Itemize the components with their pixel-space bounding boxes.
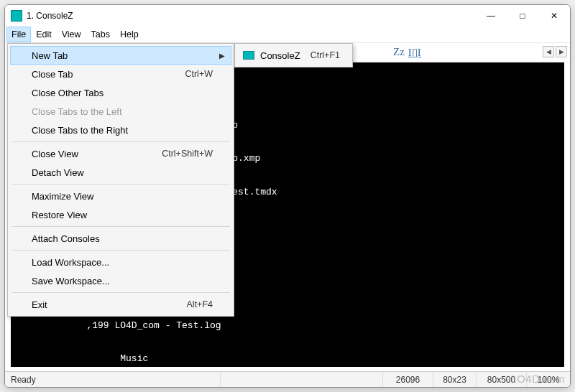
menu-close-tabs-right[interactable]: Close Tabs to the Right	[10, 121, 231, 139]
submenu-arrow-icon: ▶	[219, 52, 225, 60]
tab-nav: ◀ ▶	[543, 46, 567, 57]
menu-help[interactable]: Help	[115, 27, 144, 42]
menu-separator	[12, 226, 230, 227]
menu-new-tab[interactable]: New Tab ▶	[10, 46, 231, 65]
toolbar-icons: Zz I▯I	[393, 46, 421, 59]
menu-close-view-shortcut: Ctrl+Shift+W	[162, 149, 213, 159]
menu-attach-consoles-label: Attach Consoles	[32, 233, 213, 244]
titlebar: 1. ConsoleZ — □ ✕	[5, 5, 570, 27]
status-ready: Ready	[5, 372, 221, 387]
menu-save-workspace-label: Save Workspace...	[32, 276, 213, 286]
menu-close-other-label: Close Other Tabs	[32, 88, 213, 98]
menu-close-tabs-left: Close Tabs to the Left	[10, 102, 231, 121]
new-tab-submenu: ConsoleZ Ctrl+F1	[234, 43, 353, 67]
menu-close-right-label: Close Tabs to the Right	[32, 125, 213, 136]
menubar: File Edit View Tabs Help	[5, 27, 570, 42]
status-buffer-size: 80x500	[477, 372, 527, 387]
menu-load-workspace[interactable]: Load Workspace...	[10, 253, 231, 271]
menu-maximize-view[interactable]: Maximize View	[10, 187, 231, 205]
status-visible-size: 80x23	[433, 372, 477, 387]
menu-restore-view[interactable]: Restore View	[10, 205, 231, 224]
status-spacer	[221, 372, 383, 387]
tab-nav-right[interactable]: ▶	[556, 46, 567, 57]
menu-close-view[interactable]: Close View Ctrl+Shift+W	[10, 144, 231, 163]
menu-attach-consoles[interactable]: Attach Consoles	[10, 229, 231, 248]
tab-nav-left[interactable]: ◀	[543, 46, 554, 57]
toolbar-icon-z1[interactable]: Zz	[393, 46, 405, 59]
window-controls: — □ ✕	[475, 6, 570, 26]
status-pid: 26096	[383, 372, 433, 387]
menu-close-left-label: Close Tabs to the Left	[32, 106, 213, 117]
menu-separator	[12, 250, 230, 251]
menu-maximize-view-label: Maximize View	[32, 191, 213, 202]
menu-detach-view-label: Detach View	[32, 167, 213, 178]
menu-load-workspace-label: Load Workspace...	[32, 257, 213, 268]
window-title: 1. ConsoleZ	[27, 11, 73, 21]
menu-close-tab-shortcut: Ctrl+W	[185, 69, 213, 79]
submenu-consolez-shortcut: Ctrl+F1	[310, 50, 340, 60]
console-icon	[243, 51, 254, 60]
submenu-consolez-label: ConsoleZ	[260, 50, 300, 61]
console-line: ,199 LO4D_com - Test.log	[14, 320, 561, 332]
menu-detach-view[interactable]: Detach View	[10, 163, 231, 182]
console-line: Music	[14, 353, 561, 365]
app-icon	[11, 10, 22, 22]
submenu-consolez[interactable]: ConsoleZ Ctrl+F1	[237, 46, 350, 65]
menu-restore-view-label: Restore View	[32, 210, 213, 220]
statusbar: Ready 26096 80x23 80x500 100%	[5, 371, 570, 387]
menu-new-tab-label: New Tab	[32, 50, 213, 61]
menu-tabs[interactable]: Tabs	[86, 27, 115, 42]
menu-separator	[12, 141, 230, 142]
menu-separator	[12, 184, 230, 185]
menu-exit-shortcut: Alt+F4	[187, 299, 213, 309]
status-zoom: 100%	[527, 372, 570, 387]
maximize-button[interactable]: □	[507, 6, 538, 26]
menu-close-other-tabs[interactable]: Close Other Tabs	[10, 83, 231, 102]
menu-close-tab-label: Close Tab	[32, 69, 185, 80]
menu-view[interactable]: View	[57, 27, 86, 42]
menu-separator	[12, 292, 230, 293]
menu-save-workspace[interactable]: Save Workspace...	[10, 271, 231, 290]
minimize-button[interactable]: —	[475, 6, 507, 26]
menu-exit[interactable]: Exit Alt+F4	[10, 295, 231, 314]
close-button[interactable]: ✕	[538, 6, 570, 26]
menu-close-view-label: Close View	[32, 149, 162, 159]
menu-file[interactable]: File	[6, 27, 31, 42]
menu-close-tab[interactable]: Close Tab Ctrl+W	[10, 65, 231, 83]
toolbar-icon-z2[interactable]: I▯I	[408, 46, 421, 59]
menu-exit-label: Exit	[32, 299, 187, 310]
menu-edit[interactable]: Edit	[31, 27, 57, 42]
file-menu-dropdown: New Tab ▶ Close Tab Ctrl+W Close Other T…	[7, 43, 234, 317]
